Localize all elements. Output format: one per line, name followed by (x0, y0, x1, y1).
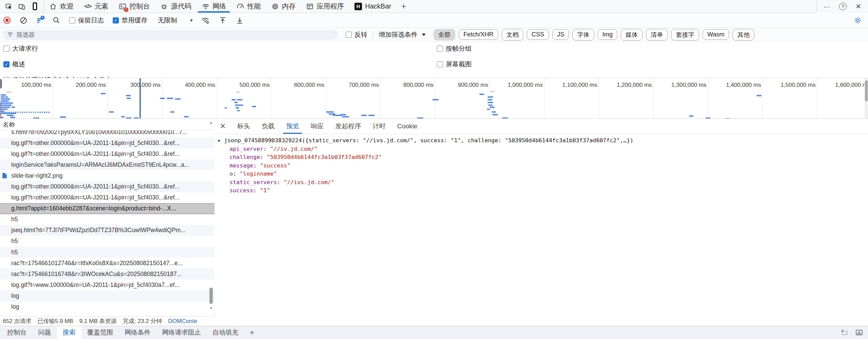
invert-checkbox-box[interactable] (346, 32, 352, 38)
disable-cache-checkbox-box[interactable]: ✓ (113, 17, 119, 23)
request-row[interactable]: rac?t=1754661012746&r=ItfxKo0s8X&s=20250… (0, 258, 215, 269)
chip-清单[interactable]: 清单 (646, 29, 668, 41)
request-list-header[interactable]: 名称 (0, 119, 215, 130)
filter-toggle-icon[interactable]: ✕ (36, 17, 43, 23)
request-row[interactable]: rac?t=1754661016748&r=3IWOcekACu&s=20250… (0, 269, 215, 279)
json-property-line[interactable]: message: "success" (215, 162, 868, 170)
preserve-log-checkbox[interactable]: 保留日志 (69, 16, 104, 25)
option-概述[interactable]: ✓概述 (3, 60, 112, 69)
request-row[interactable]: loginService?aksParamsU=ARMAcIJ6MDAxEnst… (0, 159, 215, 170)
chip-全部[interactable]: 全部 (433, 29, 455, 41)
json-property-line[interactable]: api_server: "//iv.jd.com/" (215, 145, 868, 154)
tab-memory[interactable]: 内存 (266, 0, 301, 13)
tab-performance[interactable]: 性能 (231, 0, 266, 13)
option-屏幕截图[interactable]: 屏幕截图 (437, 60, 472, 69)
detail-tab-发起程序[interactable]: 发起程序 (329, 119, 367, 134)
json-property-line[interactable]: static_servers: "//ivs.jd.com/" (215, 178, 868, 187)
request-row[interactable]: log.gif?t=www.100000&m=UA-J2011-1&pin=jd… (0, 279, 215, 290)
more-tabs-button[interactable]: + (396, 0, 411, 13)
request-list-scrollbar[interactable]: ▲ ▼ (208, 120, 214, 316)
device-toolbar-icon[interactable] (18, 2, 26, 11)
close-detail-icon[interactable]: ✕ (215, 119, 231, 134)
chip-套接字[interactable]: 套接字 (671, 29, 699, 41)
request-row[interactable]: s.html?d=092002Tpy9XXLY10o10v00001010000… (0, 130, 215, 138)
scroll-up-icon[interactable]: ▲ (208, 120, 214, 125)
filter-input[interactable]: 筛选器 (3, 30, 338, 40)
json-property-line[interactable]: challenge: "503950d4b6144fc3a1b03f37ad60… (215, 153, 868, 162)
expand-triangle-icon[interactable]: ▼ (217, 137, 221, 145)
request-row[interactable]: jseq.html?d=7TJI7tFPWdZpzIDd7TZ37B%3CuwI… (0, 225, 215, 236)
name-column-header[interactable]: 名称 (3, 120, 15, 129)
request-row[interactable]: log.gif?t=other.000000&m=UA-J2011-1&pin=… (0, 148, 215, 159)
search-icon[interactable] (52, 16, 60, 25)
settings-scrollbar[interactable] (865, 78, 868, 119)
chip-媒体[interactable]: 媒体 (621, 29, 643, 41)
chip-文档[interactable]: 文档 (502, 29, 523, 41)
drawer-tab-自动填充[interactable]: 自动填充 (207, 326, 244, 339)
detail-tab-Cookie[interactable]: Cookie (391, 119, 423, 134)
request-row[interactable]: log.gif?t=other.000000&m=UA-J2011-1&pin=… (0, 192, 215, 203)
request-row[interactable]: h5 (0, 247, 215, 258)
inspect-element-icon[interactable] (5, 2, 13, 11)
tab-application[interactable]: 应用程序 (301, 0, 349, 13)
dock-panel-icon[interactable] (855, 328, 863, 337)
tab-welcome[interactable]: 欢迎 (44, 0, 79, 13)
customize-devtools-icon[interactable]: ··· (823, 3, 830, 11)
close-devtools-icon[interactable]: ✕ (855, 2, 861, 11)
drawer-more-tools-button[interactable]: + (244, 326, 260, 339)
detail-tab-负载[interactable]: 负载 (256, 119, 280, 134)
json-property-line[interactable]: o: "loginname" (215, 170, 868, 178)
more-filters-dropdown[interactable]: 增加筛选条件 (379, 30, 426, 39)
chip-Img[interactable]: Img (598, 29, 617, 40)
option-checkbox-box[interactable] (437, 61, 443, 67)
request-row[interactable]: log (0, 290, 215, 301)
timeline-drag-handle[interactable] (0, 79, 2, 88)
chip-Fetch/XHR[interactable]: Fetch/XHR (459, 29, 498, 40)
preserve-log-checkbox-box[interactable] (69, 17, 75, 23)
import-har-icon[interactable] (219, 16, 227, 25)
refresh-frame-icon[interactable] (840, 328, 848, 337)
request-row[interactable]: slide-bar-right2.png (0, 170, 215, 181)
option-checkbox-box[interactable] (437, 46, 443, 52)
json-root-line[interactable]: ▼ jsonp_07458899038329224({static_server… (215, 136, 868, 145)
tab-network[interactable]: 网络 (196, 0, 231, 13)
drawer-tab-覆盖范围[interactable]: 覆盖范围 (81, 326, 119, 339)
help-icon[interactable]: ? (839, 3, 847, 10)
request-row[interactable]: g.html?appId=1604ebb2287&scene=login&pro… (0, 203, 215, 214)
network-settings-gear-icon[interactable] (854, 16, 862, 25)
request-row[interactable]: h5 (0, 214, 215, 225)
detail-tab-标头[interactable]: 标头 (231, 119, 256, 134)
clear-network-log-icon[interactable] (19, 16, 28, 25)
tab-hackbar[interactable]: HHackBar (349, 0, 396, 13)
tab-sources[interactable]: 源代码 (155, 0, 196, 13)
drawer-tab-网络请求阻止[interactable]: 网络请求阻止 (156, 326, 207, 339)
throttling-select[interactable]: 无限制 (158, 16, 177, 25)
detail-tab-计时[interactable]: 计时 (367, 119, 391, 134)
tab-elements[interactable]: </>元素 (79, 0, 113, 13)
network-overview-timeline[interactable]: 100,000 ms200,000 ms300,000 ms400,000 ms… (0, 78, 868, 119)
dom-content-loaded-stat[interactable]: DOMConte (168, 318, 197, 325)
chip-CSS[interactable]: CSS (527, 29, 549, 40)
detail-tab-预览[interactable]: 预览 (280, 119, 305, 134)
json-property-line[interactable]: success: "1" (215, 187, 868, 195)
throttling-dropdown-arrow[interactable]: ▼ (189, 18, 193, 23)
drawer-tab-控制台[interactable]: 控制台 (1, 326, 32, 339)
option-checkbox-box[interactable]: ✓ (3, 61, 10, 67)
drawer-tab-问题[interactable]: 问题 (32, 326, 57, 339)
option-按帧分组[interactable]: 按帧分组 (437, 44, 472, 53)
drawer-tab-网络条件[interactable]: 网络条件 (119, 326, 156, 339)
chip-其他[interactable]: 其他 (732, 29, 754, 41)
detail-tab-响应[interactable]: 响应 (305, 119, 329, 134)
scroll-down-icon[interactable]: ▼ (208, 306, 214, 310)
option-checkbox-box[interactable] (3, 46, 10, 52)
chip-JS[interactable]: JS (552, 29, 569, 40)
request-row[interactable]: h5 (0, 236, 215, 247)
request-row[interactable]: log.gif?t=other.000000&m=UA-J2011-1&pin=… (0, 138, 215, 148)
focus-page-icon[interactable] (31, 2, 39, 11)
timeline-cursor[interactable] (140, 78, 141, 118)
export-har-icon[interactable] (236, 16, 244, 25)
chip-Wasm[interactable]: Wasm (703, 29, 729, 40)
settings-scrollbar-thumb[interactable] (865, 80, 868, 101)
drawer-tab-搜索[interactable]: 搜索 (57, 326, 81, 339)
scrollbar-thumb[interactable] (209, 288, 213, 304)
